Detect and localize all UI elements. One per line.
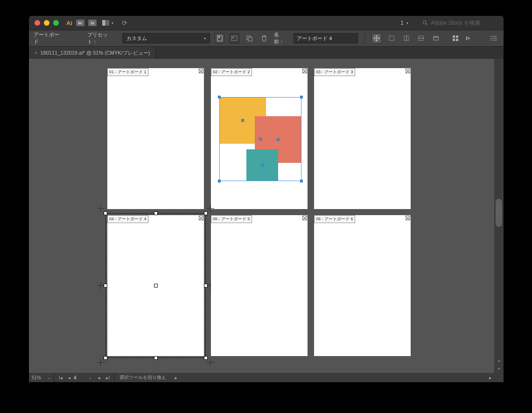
stock-icon[interactable]: St (88, 20, 97, 26)
selection-anchor[interactable] (259, 138, 262, 140)
svg-point-25 (490, 40, 491, 41)
scroll-right-icon[interactable]: ▸ (486, 375, 494, 380)
selection-anchor[interactable] (300, 180, 303, 182)
align-btn-3[interactable] (416, 33, 427, 43)
arrange-docs-icon[interactable]: ▾ (102, 20, 113, 26)
preset-value: カスタム (126, 35, 147, 42)
resize-handle[interactable] (154, 356, 158, 360)
artboard-name-input[interactable]: アートボード 4 (294, 33, 358, 43)
search-placeholder: Adobe Stock を検索 (431, 19, 481, 27)
svg-rect-2 (217, 35, 222, 41)
move-artwork-toggle[interactable] (371, 33, 382, 43)
artboard-label: 02 - アートボード 2 (211, 68, 252, 76)
selection-anchor[interactable] (241, 119, 244, 122)
horizontal-scroll-track[interactable] (179, 373, 486, 382)
artboard[interactable]: 01 - アートボード 1 (107, 68, 204, 209)
artboard-label: 01 - アートボード 1 (107, 68, 148, 76)
window-controls (35, 20, 59, 26)
crop-mark (207, 359, 214, 366)
selection-anchor[interactable] (300, 96, 303, 98)
svg-rect-3 (218, 36, 220, 38)
artboard[interactable]: 06 - アートボード 6 (314, 215, 411, 356)
svg-line-1 (426, 24, 427, 25)
preset-label: プリセット： (87, 31, 118, 45)
vertical-scroll-track[interactable] (494, 59, 504, 356)
delete-artboard-button[interactable] (259, 33, 269, 43)
vertical-scroll-thumb[interactable] (496, 199, 502, 227)
tool-mode-label: アートボード (34, 31, 64, 45)
selection-anchor[interactable] (218, 180, 221, 182)
zoom-window-button[interactable] (53, 20, 59, 26)
chevron-down-icon: ⌄ (48, 376, 51, 380)
crop-mark (97, 359, 105, 366)
status-hint: 選択ツールを切り換え (115, 374, 171, 381)
align-btn-2[interactable] (401, 33, 412, 43)
orientation-portrait-button[interactable] (215, 33, 225, 43)
selection-anchor[interactable] (218, 96, 221, 98)
zoom-level[interactable]: 51% ⌄ (29, 373, 54, 382)
close-tab-icon[interactable]: × (35, 50, 37, 56)
artboard-options-button[interactable] (431, 33, 441, 43)
artboard-close-icon[interactable] (302, 69, 307, 73)
first-artboard-button[interactable]: I◂ (57, 375, 64, 380)
panel-menu-button[interactable] (489, 33, 499, 43)
selection-anchor[interactable] (261, 164, 264, 167)
scroll-left-icon[interactable]: ◂ (171, 375, 179, 380)
name-label: 名前： (274, 31, 289, 45)
selection-anchor[interactable] (277, 138, 280, 141)
vertical-scrollbar[interactable]: ▴ ▾ (494, 59, 504, 373)
artboard-close-icon[interactable] (406, 69, 410, 73)
orientation-landscape-button[interactable] (229, 33, 239, 43)
scroll-up-icon[interactable]: ▴ (494, 356, 504, 364)
workspace-switcher[interactable]: 1 ▾ (394, 20, 415, 26)
minimize-window-button[interactable] (44, 20, 49, 26)
artboard-number-input[interactable]: 4 (74, 375, 88, 380)
artboard-label: 03 - アートボード 3 (314, 68, 355, 76)
artboard[interactable]: 03 - アートボード 3 (314, 68, 411, 209)
crop-mark (207, 205, 214, 212)
document-tab-title: 180111_132019.ai* @ 51% (CMYK/プレビュー) (40, 49, 150, 56)
preset-dropdown[interactable]: カスタム ▾ (122, 33, 210, 43)
workspace-number: 1 (400, 20, 404, 26)
rearrange-all-button[interactable] (450, 33, 461, 43)
crop-mark (97, 282, 105, 289)
artboard-close-icon[interactable] (199, 69, 203, 73)
prev-artboard-button[interactable]: ◂ (65, 375, 73, 380)
artboard-label: 06 - アートボード 6 (314, 215, 355, 223)
new-artboard-button[interactable] (244, 33, 254, 43)
svg-rect-8 (389, 36, 394, 41)
artboard-close-icon[interactable] (302, 216, 307, 220)
svg-point-23 (490, 36, 491, 37)
svg-rect-18 (456, 39, 458, 41)
next-artboard-button[interactable]: ▸ (96, 375, 103, 380)
scrollbar-corner (494, 373, 504, 382)
titlebar: Ai Br St ▾ ⟳ 1 ▾ Adobe Stock を検索 (29, 16, 504, 30)
svg-rect-13 (434, 36, 438, 40)
status-bar: 51% ⌄ I◂ ◂ 4 ⌄ ▸ ▸I 選択ツールを切り換え ◂ ▸ (29, 373, 494, 382)
close-window-button[interactable] (35, 20, 40, 26)
artboard-navigator: I◂ ◂ 4 ⌄ ▸ ▸I (54, 373, 115, 382)
canvas[interactable]: 01 - アートボード 102 - アートボード 203 - アートボード 30… (29, 59, 494, 373)
center-handle[interactable] (154, 284, 158, 287)
app-logo: Ai (66, 20, 72, 27)
search-icon (422, 20, 428, 26)
resize-handle[interactable] (154, 211, 158, 215)
svg-rect-4 (231, 36, 237, 41)
last-artboard-button[interactable]: ▸I (104, 375, 112, 380)
align-btn-1[interactable] (386, 33, 397, 43)
artboard-close-icon[interactable] (406, 216, 410, 220)
document-tabs: × 180111_132019.ai* @ 51% (CMYK/プレビュー) (29, 47, 504, 59)
chevron-down-icon[interactable]: ⌄ (89, 376, 92, 380)
artboard[interactable]: 05 - アートボード 5 (211, 215, 308, 356)
stock-search[interactable]: Adobe Stock を検索 (419, 18, 498, 28)
svg-rect-17 (453, 39, 455, 41)
artboard-label: 05 - アートボード 5 (211, 215, 252, 223)
app-window: Ai Br St ▾ ⟳ 1 ▾ Adobe Stock を検索 アートボード … (29, 16, 504, 382)
panel-toggle-button[interactable] (463, 33, 474, 43)
crop-mark (97, 205, 105, 212)
scroll-down-icon[interactable]: ▾ (494, 364, 504, 373)
bridge-icon[interactable]: Br (76, 20, 84, 26)
gpu-preview-icon[interactable]: ⟳ (122, 19, 127, 27)
document-tab[interactable]: × 180111_132019.ai* @ 51% (CMYK/プレビュー) (29, 47, 156, 59)
svg-rect-15 (453, 35, 455, 38)
